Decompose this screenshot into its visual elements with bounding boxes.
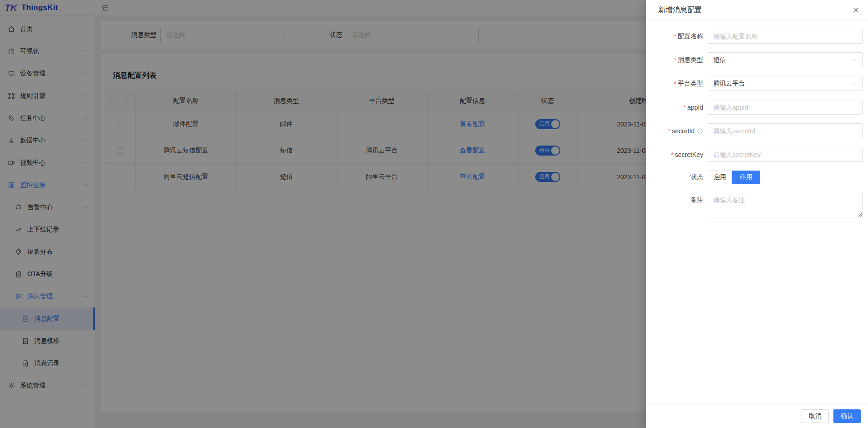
field-label-text: secretId: [672, 127, 695, 135]
remark-label-text: 备注: [690, 196, 703, 204]
status-enable-button[interactable]: 启用: [708, 171, 732, 184]
field-label-text: 消息类型: [678, 56, 703, 64]
close-icon[interactable]: [852, 6, 860, 14]
required-asterisk: *: [674, 80, 676, 87]
field-label: *appId: [650, 104, 703, 111]
cancel-button[interactable]: 取消: [802, 409, 829, 423]
field-label: 状态: [650, 173, 703, 181]
field-select[interactable]: 腾讯云平台: [708, 76, 863, 91]
field-input[interactable]: [708, 147, 863, 162]
required-asterisk: *: [674, 33, 676, 40]
field-label: *平台类型: [650, 80, 703, 88]
status-disable-button[interactable]: 停用: [732, 171, 760, 184]
field-label-text: 平台类型: [678, 80, 703, 88]
field-select[interactable]: 短信: [708, 52, 863, 67]
form-field-消息类型: *消息类型短信: [650, 52, 868, 67]
status-label-text: 状态: [690, 173, 703, 181]
field-label-text: 配置名称: [678, 32, 703, 40]
remark-field: 备注: [650, 193, 868, 217]
select-value: 腾讯云平台: [713, 80, 745, 88]
drawer-form: *配置名称*消息类型短信*平台类型腾讯云平台*appId*secretId*se…: [646, 20, 868, 217]
required-asterisk: *: [671, 151, 673, 158]
required-asterisk: *: [668, 127, 670, 135]
drawer-header: 新增消息配置: [646, 0, 868, 20]
remark-textarea[interactable]: [708, 193, 863, 217]
field-label: *secretId: [650, 127, 703, 135]
confirm-button[interactable]: 确认: [833, 409, 861, 423]
field-label: *secretKey: [650, 151, 703, 158]
field-input[interactable]: [708, 29, 863, 44]
form-field-secretKey: *secretKey: [650, 147, 868, 162]
field-input[interactable]: [708, 100, 863, 115]
required-asterisk: *: [674, 56, 676, 64]
chevron-down-icon: [851, 81, 857, 87]
form-field-配置名称: *配置名称: [650, 29, 868, 44]
add-message-config-drawer: 新增消息配置 *配置名称*消息类型短信*平台类型腾讯云平台*appId*secr…: [646, 0, 868, 428]
form-fields: *配置名称*消息类型短信*平台类型腾讯云平台*appId*secretId*se…: [650, 29, 868, 162]
field-label-text: appId: [687, 104, 703, 111]
info-icon: [697, 128, 703, 134]
form-field-appId: *appId: [650, 100, 868, 115]
field-label: *配置名称: [650, 32, 703, 40]
required-asterisk: *: [684, 104, 686, 111]
form-field-平台类型: *平台类型腾讯云平台: [650, 76, 868, 91]
field-label: *消息类型: [650, 56, 703, 64]
chevron-down-icon: [851, 57, 857, 63]
drawer-footer: 取消 确认: [646, 403, 868, 428]
status-field: 状态 启用 停用: [650, 171, 868, 184]
field-label-text: secretKey: [675, 151, 703, 158]
select-value: 短信: [713, 56, 726, 64]
status-button-group: 启用 停用: [708, 171, 760, 184]
field-label: 备注: [650, 196, 703, 204]
field-input[interactable]: [708, 123, 863, 138]
drawer-title: 新增消息配置: [658, 5, 702, 15]
form-field-secretId: *secretId: [650, 123, 868, 138]
